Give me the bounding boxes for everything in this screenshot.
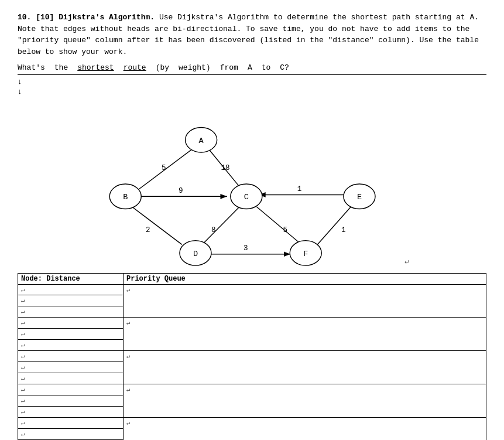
question-line: What's the shortest route (by weight) fr…	[18, 63, 486, 72]
edge-ac-weight: 18	[221, 164, 229, 172]
node-f-label: F	[303, 249, 308, 258]
word-to: to	[262, 63, 271, 72]
node-distance-cell[interactable]: ↵	[18, 361, 124, 373]
node-distance-cell[interactable]: ↵	[18, 317, 124, 328]
problem-container: 10. [10] Dijkstra's Algorithm. Use Dijks…	[18, 12, 486, 440]
node-distance-cell[interactable]: ↵	[18, 373, 124, 384]
word-the: the	[54, 63, 68, 72]
node-c-label: C	[244, 193, 249, 202]
edge-ab-weight: 5	[162, 164, 166, 172]
word-whats: What's	[18, 63, 45, 72]
table-row: ↵ ↵	[18, 350, 486, 361]
node-distance-cell[interactable]: ↵	[18, 350, 124, 361]
word-from: from	[220, 63, 238, 72]
node-distance-cell[interactable]: ↵	[18, 328, 124, 339]
priority-queue-cell[interactable]: ↵	[124, 317, 486, 350]
edge-fc	[256, 206, 303, 245]
priority-queue-cell[interactable]: ↵	[124, 417, 486, 440]
header-priority-queue: Priority Queue	[124, 273, 486, 284]
table-row: ↵ ↵	[18, 284, 486, 295]
word-by: (by	[156, 63, 169, 72]
edge-ec-weight: 1	[297, 185, 302, 193]
word-shortest: shortest	[77, 63, 114, 72]
node-distance-cell[interactable]: ↵	[18, 417, 124, 428]
word-route: route	[124, 63, 146, 72]
node-distance-cell[interactable]: ↵	[18, 284, 124, 295]
problem-text: 10. [10] Dijkstra's Algorithm. Use Dijks…	[18, 12, 486, 57]
edge-bc-weight: 9	[179, 186, 183, 195]
edge-ef	[317, 206, 352, 245]
node-distance-cell[interactable]: ↵	[18, 339, 124, 350]
node-distance-cell[interactable]: ↵	[18, 295, 124, 306]
table-header-row: Node: Distance Priority Queue	[18, 273, 486, 284]
priority-queue-cell[interactable]: ↵	[124, 284, 486, 317]
node-distance-cell[interactable]: ↵	[18, 428, 124, 439]
edge-df-weight: 3	[244, 244, 248, 253]
table-row: ↵ ↵	[18, 317, 486, 328]
node-distance-cell[interactable]: ↵	[18, 406, 124, 417]
node-distance-cell[interactable]: ↵	[18, 395, 124, 406]
priority-queue-cell[interactable]: ↵	[124, 350, 486, 384]
edge-ab	[139, 148, 193, 189]
header-node-distance: Node: Distance	[18, 273, 124, 284]
arrows-indicator: ↓ ↓	[18, 77, 486, 97]
problem-description: 10. [10] Dijkstra's Algorithm. Use Dijks…	[18, 12, 486, 57]
work-table: Node: Distance Priority Queue ↵ ↵ ↵	[18, 273, 486, 440]
table-row: ↵ ↵	[18, 384, 486, 395]
priority-queue-cell[interactable]: ↵	[124, 384, 486, 417]
node-a-label: A	[199, 136, 204, 145]
word-a: A	[248, 63, 252, 72]
word-weight: weight)	[179, 63, 211, 72]
node-distance-cell[interactable]: ↵	[18, 384, 124, 395]
node-e-label: E	[357, 193, 362, 202]
edge-fc-weight: 5	[283, 226, 288, 234]
table-row: ↵ ↵	[18, 417, 486, 428]
return-mark-graph: ↵	[404, 259, 410, 266]
node-b-label: B	[123, 193, 128, 202]
node-distance-cell[interactable]: ↵	[18, 306, 124, 317]
question-divider	[18, 74, 486, 75]
problem-number: 10. [10] Dijkstra's Algorithm.	[18, 13, 155, 22]
edge-dc	[201, 207, 239, 245]
graph-area: 5 18 9 2 8 3 1 1 5	[18, 103, 486, 267]
edge-bd	[131, 206, 182, 245]
graph-svg: 5 18 9 2 8 3 1 1 5	[18, 103, 486, 267]
node-d-label: D	[193, 249, 198, 258]
edge-dc-weight: 8	[211, 226, 216, 234]
word-c: C?	[280, 63, 289, 72]
edge-bd-weight: 2	[146, 226, 150, 234]
edge-ef-weight: 1	[341, 226, 346, 234]
